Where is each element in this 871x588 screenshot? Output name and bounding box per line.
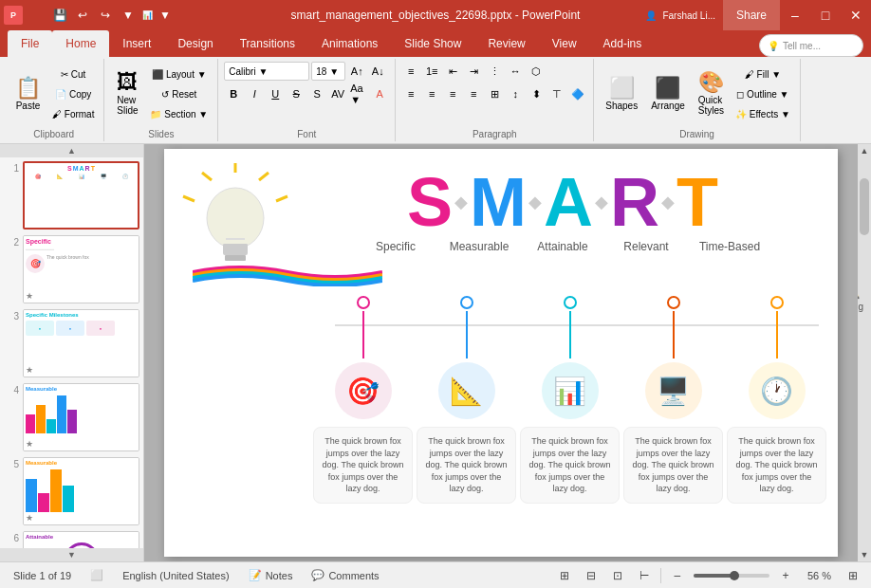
format-painter-button[interactable]: 🖌 Format xyxy=(48,104,98,123)
minimize-button[interactable]: – xyxy=(780,0,810,30)
scroll-down-btn[interactable]: ▼ xyxy=(858,548,871,561)
section-button[interactable]: 📁 Section ▼ xyxy=(146,104,212,123)
smart-art-convert-button[interactable]: ⬡ xyxy=(527,62,546,81)
slide-preview-1: SMART 🎯📐📊🖥️🕐 xyxy=(23,161,139,230)
line-spacing-button[interactable]: ↕ xyxy=(506,84,525,103)
scroll-down-arrow[interactable]: ▼ xyxy=(0,548,143,561)
language-btn[interactable]: English (United States) xyxy=(117,568,235,583)
letter-r: R xyxy=(610,168,659,236)
cols-button[interactable]: ⋮ xyxy=(485,62,504,81)
paste-label: Paste xyxy=(16,101,41,111)
numbering-button[interactable]: 1≡ xyxy=(422,62,441,81)
smartart-button[interactable]: 🔷 xyxy=(568,84,587,103)
strikethrough-button[interactable]: S xyxy=(287,84,306,103)
tab-slideshow[interactable]: Slide Show xyxy=(391,30,474,57)
subtitle-measurable: Measurable xyxy=(437,240,521,253)
tab-home[interactable]: Home xyxy=(52,30,109,57)
timeline-item-measurable: 📐 The quick brown fox jumps over the laz… xyxy=(415,296,518,504)
scroll-up-arrow[interactable]: ▲ xyxy=(0,144,143,157)
redo-button[interactable]: ↪ xyxy=(95,5,116,26)
font-color-button[interactable]: A xyxy=(370,84,389,103)
scroll-up-btn[interactable]: ▲ xyxy=(858,144,871,157)
normal-view-btn[interactable]: ⊞ xyxy=(554,565,575,586)
tab-design[interactable]: Design xyxy=(164,30,226,57)
tab-view[interactable]: View xyxy=(539,30,590,57)
shape-fill-button[interactable]: 🖌 Fill ▼ xyxy=(732,64,794,83)
qa-more-button[interactable]: ▼ xyxy=(118,5,139,26)
zoom-out-btn[interactable]: – xyxy=(667,565,688,586)
save-button[interactable]: 💾 xyxy=(49,5,70,26)
para-row1: ≡ 1≡ ⇤ ⇥ ⋮ ↔ ⬡ xyxy=(401,61,546,82)
shape-effects-button[interactable]: ✨ Effects ▼ xyxy=(732,104,794,123)
tab-animations[interactable]: Animations xyxy=(308,30,391,57)
bullets-button[interactable]: ≡ xyxy=(401,62,420,81)
zoom-level[interactable]: 56 % xyxy=(802,568,837,583)
share-header-button[interactable]: Share xyxy=(723,0,780,30)
scroll-thumb[interactable] xyxy=(860,178,869,235)
drawing-group: ⬜ Shapes ⬛ Arrange 🎨 QuickStyles 🖌 Fill … xyxy=(594,59,801,141)
paste-button[interactable]: 📋 Paste xyxy=(9,64,46,124)
slide-thumb-5[interactable]: 5 Measurable ★ xyxy=(4,457,139,525)
slide-thumb-2[interactable]: 2 Specific ━━━━━━━━━━ 🎯 The quick brown … xyxy=(4,235,139,303)
dir-button[interactable]: ↔ xyxy=(506,62,525,81)
qa-extra-button[interactable]: ▼ xyxy=(155,5,176,26)
slide-thumb-4[interactable]: 4 Measurable ★ xyxy=(4,383,139,451)
tab-file[interactable]: File xyxy=(8,30,52,57)
increase-indent-button[interactable]: ⇥ xyxy=(464,62,483,81)
slide-sorter-btn[interactable]: ⊟ xyxy=(581,565,602,586)
text-dir-button[interactable]: ⬍ xyxy=(527,84,546,103)
align-text-button[interactable]: ⊤ xyxy=(547,84,566,103)
decrease-indent-button[interactable]: ⇤ xyxy=(443,62,462,81)
quick-styles-button[interactable]: 🎨 QuickStyles xyxy=(693,64,730,124)
comments-label: Comments xyxy=(328,570,379,581)
align-right-button[interactable]: ≡ xyxy=(443,84,462,103)
fit-slide-btn[interactable]: ⊞ xyxy=(843,565,863,586)
slide-thumb-1[interactable]: 1 SMART 🎯📐📊🖥️🕐 xyxy=(4,161,139,230)
restore-button[interactable]: □ xyxy=(810,0,841,30)
new-slide-button[interactable]: 🖼 NewSlide xyxy=(110,64,144,124)
zoom-slider[interactable] xyxy=(694,574,769,578)
tab-review[interactable]: Review xyxy=(474,30,538,57)
zoom-in-btn[interactable]: + xyxy=(775,565,796,586)
shapes-button[interactable]: ⬜ Shapes xyxy=(600,64,643,124)
copy-button[interactable]: 📄 Copy xyxy=(48,84,98,103)
slide-count-text: Slide 1 of 19 xyxy=(13,570,71,581)
italic-button[interactable]: I xyxy=(245,84,264,103)
layout-button[interactable]: ⬛ Layout ▼ xyxy=(146,64,212,83)
reading-view-btn[interactable]: ⊡ xyxy=(607,565,628,586)
font-case-button[interactable]: Aa ▼ xyxy=(349,84,368,103)
accessibility-btn[interactable]: ⬜ xyxy=(84,567,109,583)
decrease-font-button[interactable]: A↓ xyxy=(368,62,387,81)
shape-outline-button[interactable]: ◻ Outline ▼ xyxy=(732,84,794,103)
tab-insert[interactable]: Insert xyxy=(109,30,164,57)
font-family-dropdown[interactable]: Calibri ▼ xyxy=(224,62,309,81)
increase-font-button[interactable]: A↑ xyxy=(347,62,366,81)
zoom-text: 56 % xyxy=(807,570,831,581)
cut-button[interactable]: ✂ Cut xyxy=(48,64,98,83)
tab-transitions[interactable]: Transitions xyxy=(227,30,308,57)
canvas-area[interactable]: S ◆ M ◆ A ◆ R ◆ T Specific Measurable xyxy=(144,144,858,561)
user-account[interactable]: 👤 Farshad Li... xyxy=(645,0,715,30)
comments-btn[interactable]: 💬 Comments xyxy=(306,567,384,583)
notes-btn[interactable]: 📝 Notes xyxy=(243,567,299,583)
shadow-button[interactable]: S xyxy=(307,84,326,103)
col-button[interactable]: ⊞ xyxy=(485,84,504,103)
tab-addins[interactable]: Add-ins xyxy=(590,30,656,57)
slide-thumb-3[interactable]: 3 Specific Milestones ● ● ● ★ xyxy=(4,309,139,377)
arrange-button[interactable]: ⬛ Arrange xyxy=(645,64,691,124)
bold-button[interactable]: B xyxy=(224,84,243,103)
drawing-extra-col: 🖌 Fill ▼ ◻ Outline ▼ ✨ Effects ▼ xyxy=(732,64,794,123)
tell-me-input[interactable]: 💡 Tell me... xyxy=(759,34,863,57)
font-size-dropdown[interactable]: 18 ▼ xyxy=(311,62,345,81)
justify-button[interactable]: ≡ xyxy=(464,84,483,103)
underline-button[interactable]: U xyxy=(266,84,285,103)
char-space-button[interactable]: AV xyxy=(328,84,347,103)
scroll-track[interactable] xyxy=(860,157,869,548)
close-button[interactable]: ✕ xyxy=(841,0,871,30)
align-center-button[interactable]: ≡ xyxy=(422,84,441,103)
slideshow-view-btn[interactable]: ⊢ xyxy=(634,565,655,586)
align-left-button[interactable]: ≡ xyxy=(401,84,420,103)
undo-button[interactable]: ↩ xyxy=(72,5,93,26)
reset-button[interactable]: ↺ Reset xyxy=(146,84,212,103)
slide-thumb-6[interactable]: 6 Attainable 🎯 ★ xyxy=(4,531,139,548)
